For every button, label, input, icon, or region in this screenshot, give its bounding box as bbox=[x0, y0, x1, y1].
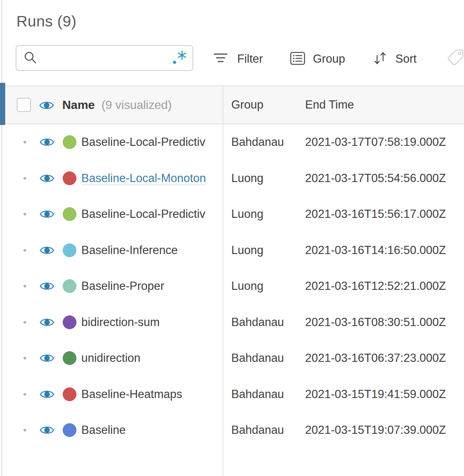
table-header: Name (9 visualized) Group End Time bbox=[0, 85, 464, 124]
eye-visibility-icon[interactable] bbox=[40, 137, 54, 148]
run-color-dot bbox=[63, 279, 76, 293]
column-header-name[interactable]: Name (9 visualized) bbox=[62, 98, 172, 112]
header-accent-bar bbox=[0, 83, 5, 125]
drag-handle[interactable] bbox=[23, 357, 26, 360]
eye-visibility-icon[interactable] bbox=[40, 173, 54, 184]
run-end-time-cell: 2021-03-15T19:41:59.000Z bbox=[305, 388, 446, 401]
group-icon bbox=[290, 52, 305, 66]
eye-visibility-icon[interactable] bbox=[40, 245, 54, 256]
visibility-all-eye-icon[interactable] bbox=[39, 100, 54, 111]
filter-label: Filter bbox=[237, 52, 263, 66]
drag-handle[interactable] bbox=[23, 429, 26, 432]
run-end-time-cell: 2021-03-16T15:56:17.000Z bbox=[305, 207, 446, 221]
runs-search-box[interactable] bbox=[16, 45, 193, 71]
run-group-cell: Luong bbox=[231, 207, 263, 221]
group-button[interactable]: Group bbox=[290, 48, 345, 70]
run-color-dot bbox=[63, 387, 76, 401]
run-name-link[interactable]: Baseline-Heatmaps bbox=[81, 388, 221, 401]
run-group-cell: Bahdanau bbox=[231, 388, 284, 401]
table-row: Baseline-Proper Luong 2021-03-16T12:52:2… bbox=[0, 268, 464, 304]
drag-handle[interactable] bbox=[23, 213, 26, 216]
run-color-dot bbox=[63, 135, 76, 149]
run-name-link[interactable]: Baseline-Local-Monoton bbox=[81, 172, 221, 185]
eye-visibility-icon[interactable] bbox=[40, 353, 54, 364]
sort-label: Sort bbox=[395, 52, 417, 66]
table-row: Baseline-Local-Monoton Luong 2021-03-17T… bbox=[0, 160, 464, 197]
run-color-dot bbox=[63, 243, 76, 257]
drag-handle[interactable] bbox=[23, 393, 26, 395]
run-end-time-cell: 2021-03-17T05:54:56.000Z bbox=[305, 172, 446, 185]
eye-visibility-icon[interactable] bbox=[40, 209, 54, 220]
drag-handle[interactable] bbox=[23, 141, 26, 144]
sort-button[interactable]: Sort bbox=[373, 48, 417, 70]
table-row: Baseline-Inference Luong 2021-03-16T14:1… bbox=[0, 232, 464, 269]
search-icon bbox=[24, 51, 38, 65]
table-row: Baseline-Local-Predictiv Bahdanau 2021-0… bbox=[0, 124, 464, 160]
run-name-link[interactable]: Baseline-Local-Predictiv bbox=[81, 207, 221, 221]
table-row: unidirection Bahdanau 2021-03-16T06:37:2… bbox=[0, 340, 464, 376]
drag-handle[interactable] bbox=[23, 321, 26, 323]
drag-handle[interactable] bbox=[23, 177, 26, 179]
tag-button[interactable] bbox=[446, 48, 464, 69]
visualized-count: (9 visualized) bbox=[98, 98, 172, 112]
run-group-cell: Luong bbox=[231, 244, 263, 257]
search-input[interactable] bbox=[41, 52, 169, 65]
table-row: Baseline-Heatmaps Bahdanau 2021-03-15T19… bbox=[0, 376, 464, 413]
regex-toggle-icon[interactable] bbox=[172, 50, 187, 66]
run-name-link[interactable]: Baseline bbox=[81, 423, 221, 437]
name-header-text: Name bbox=[62, 98, 95, 112]
page-title: Runs (9) bbox=[16, 13, 76, 30]
table-row: Baseline Bahdanau 2021-03-15T19:07:39.00… bbox=[0, 412, 464, 448]
run-end-time-cell: 2021-03-16T06:37:23.000Z bbox=[305, 351, 446, 365]
column-header-end-time[interactable]: End Time bbox=[305, 98, 354, 112]
eye-visibility-icon[interactable] bbox=[40, 389, 54, 400]
runs-table-body: Baseline-Local-Predictiv Bahdanau 2021-0… bbox=[0, 124, 464, 448]
run-group-cell: Bahdanau bbox=[231, 316, 284, 329]
run-end-time-cell: 2021-03-16T08:30:51.000Z bbox=[305, 316, 446, 329]
run-color-dot bbox=[63, 423, 76, 437]
run-name-link[interactable]: Baseline-Proper bbox=[81, 279, 221, 293]
run-color-dot bbox=[63, 171, 76, 185]
eye-visibility-icon[interactable] bbox=[40, 281, 54, 292]
run-end-time-cell: 2021-03-16T14:16:50.000Z bbox=[305, 244, 446, 257]
run-group-cell: Bahdanau bbox=[231, 351, 284, 365]
run-group-cell: Luong bbox=[231, 279, 263, 293]
run-end-time-cell: 2021-03-15T19:07:39.000Z bbox=[305, 423, 446, 437]
eye-visibility-icon[interactable] bbox=[40, 317, 54, 328]
run-color-dot bbox=[63, 351, 76, 365]
run-group-cell: Bahdanau bbox=[231, 423, 284, 437]
run-color-dot bbox=[63, 207, 76, 221]
filter-icon bbox=[214, 53, 228, 65]
run-name-link[interactable]: unidirection bbox=[81, 351, 221, 365]
run-name-link[interactable]: bidirection-sum bbox=[81, 316, 221, 329]
run-end-time-cell: 2021-03-16T12:52:21.000Z bbox=[305, 279, 446, 293]
tag-icon bbox=[446, 62, 464, 68]
table-row: bidirection-sum Bahdanau 2021-03-16T08:3… bbox=[0, 304, 464, 341]
run-name-link[interactable]: Baseline-Inference bbox=[81, 244, 221, 257]
filter-button[interactable]: Filter bbox=[214, 48, 263, 70]
eye-visibility-icon[interactable] bbox=[40, 425, 54, 436]
run-group-cell: Luong bbox=[231, 172, 263, 185]
select-all-checkbox[interactable] bbox=[17, 98, 31, 112]
column-header-group[interactable]: Group bbox=[231, 98, 263, 112]
sort-icon bbox=[373, 51, 387, 67]
table-row: Baseline-Local-Predictiv Luong 2021-03-1… bbox=[0, 196, 464, 232]
run-group-cell: Bahdanau bbox=[231, 135, 284, 149]
run-color-dot bbox=[63, 315, 76, 329]
group-label: Group bbox=[313, 52, 345, 66]
drag-handle[interactable] bbox=[23, 285, 26, 288]
run-name-link[interactable]: Baseline-Local-Predictiv bbox=[81, 135, 221, 149]
drag-handle[interactable] bbox=[23, 249, 26, 251]
run-end-time-cell: 2021-03-17T07:58:19.000Z bbox=[305, 135, 446, 149]
